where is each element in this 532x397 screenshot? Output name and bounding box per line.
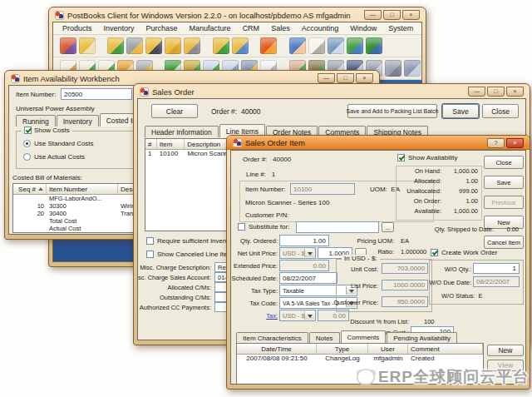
col-comment[interactable]: Comment xyxy=(408,344,483,354)
item-binoculars-icon[interactable] xyxy=(145,37,162,54)
help-button[interactable]: ? xyxy=(487,138,505,148)
scheduled-date-label: Scheduled Date: xyxy=(232,275,278,282)
close-button[interactable]: × xyxy=(506,138,524,148)
price-field-label: List Price: xyxy=(351,282,378,290)
menu-item[interactable]: CRM xyxy=(237,24,266,32)
require-inventory-checkbox[interactable] xyxy=(146,237,154,245)
crm-user-icon[interactable] xyxy=(289,37,306,54)
availability-label: Allocated: xyxy=(398,177,441,186)
price-field-input[interactable]: 1000.0000 xyxy=(382,280,428,290)
wo-due-date-field[interactable]: 08/22/2007 xyxy=(473,276,520,287)
task-list-icon[interactable] xyxy=(308,37,325,54)
col-item[interactable]: Item xyxy=(157,139,185,149)
close-button[interactable]: Close xyxy=(482,104,519,118)
save-button[interactable]: Save xyxy=(442,104,479,118)
project-grid-icon[interactable] xyxy=(328,37,344,54)
sales-order-titlebar[interactable]: Sales Order — □ × xyxy=(137,84,526,98)
minimize-button[interactable]: — xyxy=(468,87,485,97)
contacts-icon[interactable] xyxy=(366,37,382,54)
col-num[interactable]: # xyxy=(145,139,157,149)
menu-item[interactable]: Inventory xyxy=(98,24,140,32)
price-field-input[interactable]: 950.0000 xyxy=(382,296,428,307)
show-availability-checkbox[interactable] xyxy=(397,154,405,161)
minimize-button[interactable]: — xyxy=(364,10,382,20)
col-type[interactable]: Type xyxy=(317,344,368,354)
close-button[interactable]: × xyxy=(402,10,420,20)
show-costs-checkbox[interactable] xyxy=(24,127,32,134)
substitute-browse-button[interactable]: ... xyxy=(382,222,394,232)
price-field-input[interactable]: 703.0000 xyxy=(382,263,428,274)
extended-price-field[interactable]: 0.00 xyxy=(279,260,329,271)
item-number-field[interactable]: 10100 xyxy=(290,183,355,195)
tax-link[interactable]: Tax: xyxy=(266,312,278,320)
clear-button[interactable]: Clear xyxy=(151,104,198,118)
main-titlebar[interactable]: PostBooks Client for Windows Version 2.2… xyxy=(52,7,422,22)
menu-item[interactable]: Sales xyxy=(265,24,296,32)
products-icon[interactable] xyxy=(60,37,76,54)
comments-rows: 2007/08/08 09:21:50 ChangeLog mfgadmin C… xyxy=(237,355,483,363)
close-button[interactable]: × xyxy=(356,73,373,83)
qty-ordered-field[interactable]: 1.00 xyxy=(279,235,329,246)
sales-order-tab[interactable]: Header Information xyxy=(145,126,219,137)
order-item-tab[interactable]: Comments xyxy=(341,330,387,344)
order-item-tab[interactable]: Notes xyxy=(309,332,340,344)
scheduled-date-field[interactable]: 08/22/2007 xyxy=(279,272,337,284)
net-price-currency-select[interactable]: USD - $ xyxy=(279,247,316,259)
order-item-tab[interactable]: Pending Availability xyxy=(387,332,457,344)
menu-item[interactable]: Purchase xyxy=(140,24,184,32)
hot-items-icon[interactable] xyxy=(260,37,277,54)
menu-item[interactable]: System xyxy=(382,24,419,32)
menu-item[interactable]: Products xyxy=(57,24,98,32)
side-button[interactable]: Close xyxy=(484,156,524,169)
save-add-packing-list-button[interactable]: Save and Add to Packing List Batch xyxy=(347,104,437,118)
use-standard-costs-radio[interactable] xyxy=(23,140,31,147)
availability-value: 999.00 xyxy=(459,187,478,196)
comment-row[interactable]: 2007/08/08 09:21:50 ChangeLog mfgadmin C… xyxy=(237,355,483,363)
price-field-label: Customer Price: xyxy=(333,299,378,306)
sales-order-title: Sales Order xyxy=(152,87,465,97)
item-stack-icon[interactable] xyxy=(165,37,181,54)
show-canceled-checkbox[interactable] xyxy=(146,251,154,258)
item-search-icon[interactable] xyxy=(184,37,200,54)
create-work-order-checkbox[interactable] xyxy=(431,249,438,256)
col-user[interactable]: User xyxy=(368,344,408,354)
misc-field-label: Authorized CC Payments: xyxy=(140,304,211,311)
menu-item[interactable]: Community xyxy=(419,24,422,32)
col-datetime[interactable]: Date/Time xyxy=(237,344,317,354)
side-button[interactable]: Cancel Item xyxy=(484,236,524,249)
order-item-titlebar[interactable]: Sales Order Item ? × xyxy=(227,136,530,150)
maximize-button[interactable]: □ xyxy=(383,10,401,20)
workbench-tab[interactable]: Inventory xyxy=(57,115,99,127)
menu-item[interactable]: Manufacture xyxy=(184,24,237,32)
bom-col-item[interactable]: Item Number xyxy=(47,184,118,194)
new-comment-button[interactable]: New xyxy=(487,345,524,356)
item-number-field[interactable]: 20500 xyxy=(61,88,132,100)
item-approve-icon[interactable] xyxy=(107,37,124,54)
tax-currency-select[interactable]: USD - $ xyxy=(279,310,316,321)
maximize-button[interactable]: □ xyxy=(337,73,354,83)
item-clipboard-icon[interactable] xyxy=(79,37,96,54)
side-button[interactable]: Save xyxy=(484,176,524,189)
substitute-field[interactable] xyxy=(296,221,379,233)
sales-order-window-controls: — □ × xyxy=(468,87,524,97)
item-recycle-icon[interactable] xyxy=(213,37,229,54)
order-item-tab[interactable]: Item Characteristics xyxy=(236,332,308,344)
item-transfer-icon[interactable] xyxy=(232,37,249,54)
minimize-button[interactable]: — xyxy=(318,73,335,83)
workbench-tab[interactable]: Running xyxy=(16,115,56,127)
ship-truck-icon[interactable] xyxy=(126,37,143,54)
wo-qty-field[interactable]: 1 xyxy=(473,263,520,274)
availability-row: Unallocated: 999.00 xyxy=(397,186,481,196)
maximize-button[interactable]: □ xyxy=(487,87,505,97)
team-icon[interactable] xyxy=(347,37,363,54)
close-button[interactable]: × xyxy=(506,87,524,97)
card-file-icon[interactable] xyxy=(404,60,421,77)
substitute-checkbox[interactable] xyxy=(238,223,245,231)
use-actual-costs-radio[interactable] xyxy=(23,153,31,161)
scales-icon[interactable] xyxy=(385,60,401,77)
side-button[interactable]: Previous xyxy=(484,196,524,209)
menu-item[interactable]: Window xyxy=(344,24,382,32)
ratio-label: Ratio: xyxy=(377,248,394,256)
order-number-label: Order #: xyxy=(211,107,237,116)
menu-item[interactable]: Accounting xyxy=(296,24,345,32)
